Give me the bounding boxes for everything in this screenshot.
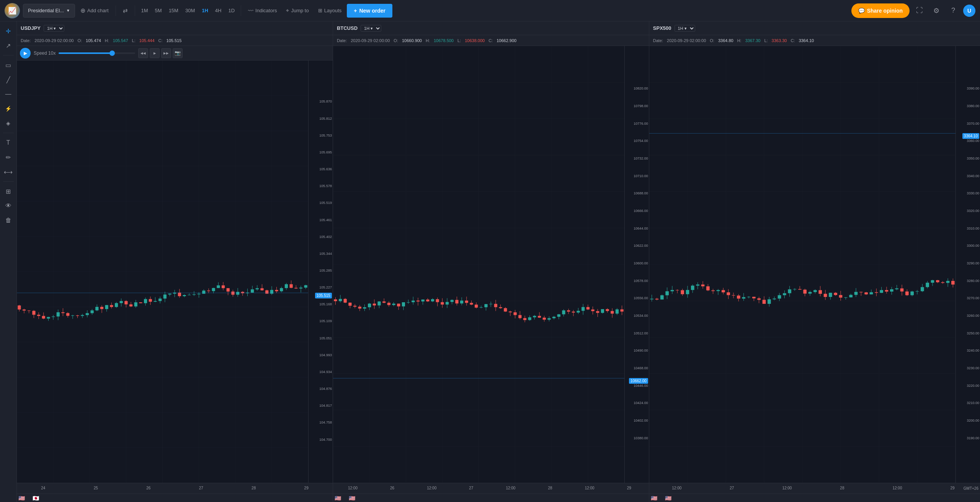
price-label: 10776.00 <box>634 122 648 126</box>
tf-5m[interactable]: 5M <box>152 5 165 16</box>
price-badge-overlay: 10662.00 <box>629 378 648 384</box>
horizontal-line-tool[interactable]: — <box>2 88 15 101</box>
fullscreen-button[interactable]: ⛶ <box>913 4 926 18</box>
indicators-button[interactable]: 〰 Indicators <box>244 4 281 18</box>
price-badge-overlay: 105.515 <box>315 293 332 298</box>
jump-icon: ⌖ <box>286 7 289 14</box>
tf-15m[interactable]: 15M <box>166 5 181 16</box>
plus-icon: ⊕ <box>80 7 85 14</box>
share-opinion-button[interactable]: 💬 Share opinion <box>851 3 910 18</box>
price-label: 3330.00 <box>967 191 979 195</box>
replay-slider[interactable] <box>59 52 135 54</box>
price-label: 10622.00 <box>634 244 648 248</box>
price-label: 3250.00 <box>967 331 979 335</box>
spx500-flag2[interactable]: 🇺🇸 <box>665 495 671 501</box>
spx500-flag1[interactable]: 🇺🇸 <box>651 495 657 501</box>
usdjpy-canvas <box>17 60 308 483</box>
price-label: 105.461 <box>319 218 332 222</box>
jump-to-button[interactable]: ⌖ Jump to <box>282 4 312 18</box>
rectangle-tool[interactable]: ▭ <box>2 59 15 72</box>
spx500-time-axis: GMT+26 12:002712:002812:0029 <box>649 483 980 494</box>
usdjpy-tf-select[interactable]: 1H ▾ <box>44 25 64 32</box>
time-label: 12:00 <box>348 486 358 490</box>
spx500-canvas-area[interactable] <box>649 46 956 483</box>
trash-tool[interactable]: 🗑 <box>2 214 15 227</box>
btcusd-flag1[interactable]: 🇺🇸 <box>335 495 341 501</box>
price-label: 3220.00 <box>967 384 979 388</box>
price-label: 3240.00 <box>967 349 979 352</box>
logo[interactable]: 📈 <box>5 3 20 18</box>
compare-button[interactable]: ⇄ <box>119 4 132 18</box>
trend-line-tool[interactable]: ╱ <box>2 73 15 86</box>
help-icon: ? <box>951 7 955 15</box>
measure-tool[interactable]: ⟷ <box>2 165 15 178</box>
logo-icon: 📈 <box>8 7 16 15</box>
help-button[interactable]: ? <box>946 4 960 18</box>
chart-header-spx500: SPX500 1H ▾ <box>649 21 980 35</box>
settings-button[interactable]: ⚙ <box>929 4 943 18</box>
add-chart-button[interactable]: ⊕ Add chart <box>77 4 113 18</box>
tf-1m[interactable]: 1M <box>138 5 151 16</box>
tf-30m[interactable]: 30M <box>182 5 198 16</box>
new-order-button[interactable]: + New order <box>347 4 392 18</box>
tf-4h[interactable]: 4H <box>212 5 225 16</box>
price-label: 10578.00 <box>634 279 648 283</box>
usdjpy-flag1[interactable]: 🇺🇸 <box>18 495 25 501</box>
chart-panel-usdjpy: USDJPY 1H ▾ Date: 2020-09-29 02:00:00 O:… <box>17 21 333 502</box>
price-label: 105.812 <box>319 117 332 121</box>
price-label: 10754.00 <box>634 139 648 143</box>
draw-text-tool[interactable]: T <box>2 136 15 149</box>
usdjpy-canvas-area[interactable] <box>17 60 308 483</box>
usdjpy-ohlc-bar: Date: 2020-09-29 02:00:00 O: 105.474 H: … <box>17 35 333 46</box>
chart-header-usdjpy: USDJPY 1H ▾ <box>17 21 333 35</box>
tf-1h[interactable]: 1H <box>199 5 211 16</box>
price-label: 3390.00 <box>967 86 979 90</box>
btcusd-flag2[interactable]: 🇺🇸 <box>349 495 355 501</box>
price-label: 10490.00 <box>634 349 648 352</box>
chart-panel-btcusd: BTCUSD 1H ▾ Date: 2020-09-29 02:00:00 O:… <box>333 21 649 502</box>
chat-icon: 💬 <box>858 8 865 14</box>
btcusd-chart-row: 10820.0010798.0010776.0010754.0010732.00… <box>333 46 649 483</box>
price-label: 104.700 <box>319 438 332 442</box>
price-label: 105.109 <box>319 319 332 323</box>
replay-step-back[interactable]: ◂◂ <box>138 48 148 58</box>
navbar: 📈 Presidential El... ▼ ⊕ Add chart ⇄ 1M … <box>0 0 980 21</box>
usdjpy-chart-row: 105.870105.812105.753105.695105.636105.5… <box>17 60 333 483</box>
price-label: 10600.00 <box>634 261 648 265</box>
fibonacci-tool[interactable]: ⚡ <box>2 102 15 115</box>
main-layout: ✛ ↗ ▭ ╱ — ⚡ ◈ T ✏ ⟷ ⊞ 👁 🗑 USDJPY 1H ▾ Da… <box>0 21 980 502</box>
eye-tool[interactable]: 👁 <box>2 199 15 212</box>
tf-1d[interactable]: 1D <box>225 5 238 16</box>
nav-divider-1 <box>116 5 116 16</box>
layers-tool[interactable]: ⊞ <box>2 185 15 198</box>
pointer-tool[interactable]: ↗ <box>2 39 15 52</box>
usdjpy-flag2[interactable]: 🇯🇵 <box>33 495 39 501</box>
price-label: 10446.00 <box>634 384 648 388</box>
crosshair-tool[interactable]: ✛ <box>2 24 15 37</box>
btcusd-symbol: BTCUSD <box>337 25 358 31</box>
usdjpy-high: 105.547 <box>113 38 128 43</box>
layouts-button[interactable]: ⊞ Layouts <box>314 4 346 18</box>
tool-divider-1 <box>3 55 14 55</box>
compare-icon: ⇄ <box>123 7 128 14</box>
pattern-tool[interactable]: ◈ <box>2 117 15 130</box>
spx500-tf-select[interactable]: 1H ▾ <box>675 25 695 32</box>
btcusd-tf-select[interactable]: 1H ▾ <box>361 25 381 32</box>
price-label: 104.993 <box>319 353 332 357</box>
ohlc-date-label: Date: <box>21 38 31 43</box>
replay-play-button[interactable]: ▶ <box>20 48 31 59</box>
btcusd-date: 2020-09-29 02:00:00 <box>351 38 390 43</box>
price-label: 105.578 <box>319 184 332 188</box>
replay-step-end[interactable]: ▸▸ <box>161 48 171 58</box>
replay-snapshot[interactable]: 📷 <box>173 48 183 58</box>
price-label: 104.817 <box>319 404 332 407</box>
replay-step-forward[interactable]: ▸ <box>150 48 160 58</box>
user-avatar[interactable]: U <box>963 5 975 17</box>
symbol-selector[interactable]: Presidential El... ▼ <box>23 4 75 18</box>
symbol-label: Presidential El... <box>28 8 64 13</box>
nav-divider-3 <box>241 5 241 16</box>
btcusd-canvas-area[interactable] <box>333 46 624 483</box>
brush-tool[interactable]: ✏ <box>2 151 15 164</box>
time-label: 24 <box>41 486 45 490</box>
price-label: 3350.00 <box>967 156 979 160</box>
